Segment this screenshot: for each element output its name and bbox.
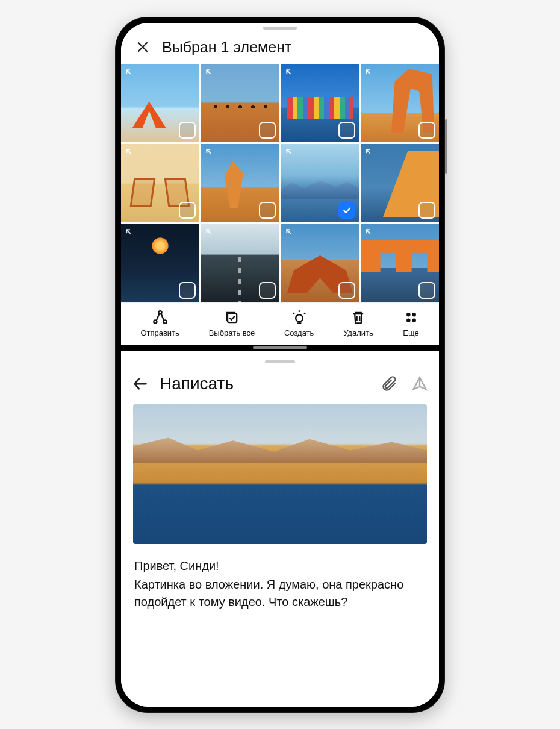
split-screen-handle[interactable] xyxy=(121,345,439,351)
svg-point-8 xyxy=(412,319,415,321)
select-checkbox[interactable] xyxy=(418,282,435,299)
message-body[interactable]: Привет, Синди! Картинка во вложении. Я д… xyxy=(121,557,439,612)
expand-icon xyxy=(205,228,217,240)
compose-header: Написать xyxy=(121,369,439,404)
message-greeting: Привет, Синди! xyxy=(134,557,426,575)
gallery-toolbar: Отправить Выбрать все Создать Удалить Ещ… xyxy=(121,302,439,345)
message-text: Картинка во вложении. Я думаю, она прекр… xyxy=(134,576,426,611)
thumbnail-grid xyxy=(121,64,439,302)
expand-icon xyxy=(125,228,137,240)
thumbnail[interactable] xyxy=(201,64,279,143)
select-checkbox[interactable] xyxy=(259,202,276,219)
select-checkbox[interactable] xyxy=(179,202,196,219)
delete-label: Удалить xyxy=(343,328,373,337)
device-drag-handle[interactable] xyxy=(263,27,297,30)
svg-point-0 xyxy=(154,320,157,323)
create-button[interactable]: Создать xyxy=(284,309,314,337)
expand-icon xyxy=(364,148,376,160)
select-checkbox[interactable] xyxy=(338,282,355,299)
expand-icon xyxy=(285,228,297,240)
svg-point-1 xyxy=(158,311,161,314)
delete-button[interactable]: Удалить xyxy=(343,309,373,337)
expand-icon xyxy=(364,228,376,240)
create-label: Создать xyxy=(284,328,314,337)
expand-icon xyxy=(364,68,376,80)
thumbnail[interactable] xyxy=(281,64,359,143)
select-checkbox[interactable] xyxy=(179,282,196,299)
svg-point-2 xyxy=(163,320,166,323)
expand-icon xyxy=(125,68,137,80)
expand-icon xyxy=(285,148,297,160)
thumbnail[interactable] xyxy=(361,144,439,222)
expand-icon xyxy=(125,148,137,160)
svg-point-4 xyxy=(296,314,303,322)
svg-point-7 xyxy=(407,319,409,321)
svg-point-5 xyxy=(407,313,409,316)
expand-icon xyxy=(285,68,297,80)
back-icon[interactable] xyxy=(132,375,150,393)
compose-app: Написать Привет, Синди! Картинка во влож… xyxy=(121,351,439,707)
thumbnail[interactable] xyxy=(201,144,279,222)
select-checkbox[interactable] xyxy=(259,282,276,299)
thumbnail[interactable] xyxy=(121,224,199,302)
more-button[interactable]: Еще xyxy=(403,309,420,337)
thumbnail[interactable] xyxy=(361,64,439,143)
send-icon[interactable] xyxy=(411,375,428,392)
thumbnail[interactable] xyxy=(121,64,199,143)
thumbnail[interactable] xyxy=(201,224,279,302)
attachment-image[interactable] xyxy=(133,404,427,544)
expand-icon xyxy=(205,68,217,80)
sheet-drag-handle[interactable] xyxy=(265,360,295,363)
close-icon[interactable] xyxy=(134,39,151,55)
share-label: Отправить xyxy=(140,328,179,337)
compose-title: Написать xyxy=(160,374,368,393)
select-checkbox[interactable] xyxy=(259,122,276,139)
thumbnail[interactable] xyxy=(281,224,359,302)
phone-frame: Выбран 1 элемент xyxy=(115,17,445,713)
expand-icon xyxy=(205,148,217,160)
gallery-title: Выбран 1 элемент xyxy=(162,39,291,56)
select-checkbox[interactable] xyxy=(179,122,196,139)
thumbnail[interactable] xyxy=(121,144,199,222)
select-checkbox[interactable] xyxy=(418,122,435,139)
more-label: Еще xyxy=(403,328,418,337)
select-checkbox[interactable] xyxy=(418,202,435,219)
screen: Выбран 1 элемент xyxy=(121,23,439,707)
gallery-app: Выбран 1 элемент xyxy=(121,23,439,345)
select-all-label: Выбрать все xyxy=(209,328,255,337)
select-checkbox[interactable] xyxy=(338,122,355,139)
attach-icon[interactable] xyxy=(381,375,398,392)
svg-point-6 xyxy=(412,313,415,316)
select-all-button[interactable]: Выбрать все xyxy=(209,309,255,337)
share-button[interactable]: Отправить xyxy=(140,309,179,337)
select-checkbox[interactable] xyxy=(338,202,355,219)
thumbnail[interactable] xyxy=(281,144,359,222)
thumbnail[interactable] xyxy=(361,224,439,302)
